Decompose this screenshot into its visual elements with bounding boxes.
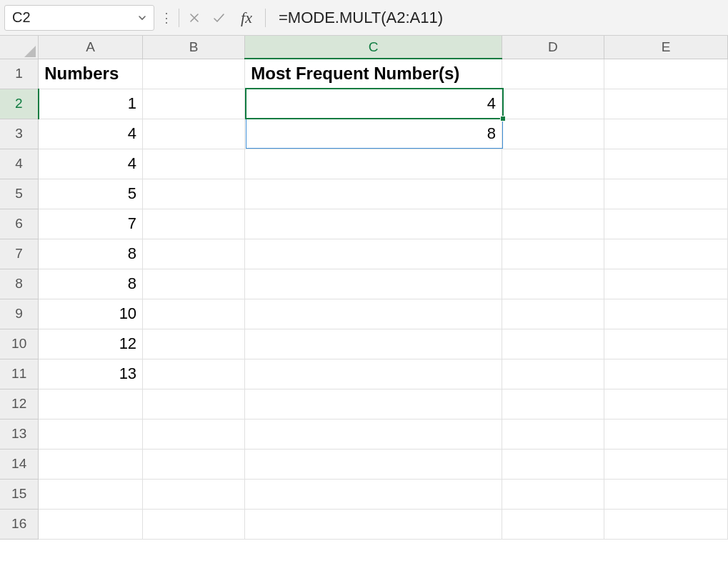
row-header-7[interactable]: 7 (0, 239, 39, 269)
cell-B9[interactable] (143, 299, 245, 329)
cell-C11[interactable] (245, 359, 502, 389)
col-header-C[interactable]: C (245, 36, 502, 59)
cell-E5[interactable] (604, 179, 728, 209)
select-all-corner[interactable] (0, 36, 39, 59)
more-icon[interactable]: ⋮ (160, 10, 173, 26)
cell-E11[interactable] (604, 359, 728, 389)
cell-B3[interactable] (143, 119, 245, 149)
cell-B13[interactable] (143, 419, 245, 449)
cell-E15[interactable] (604, 479, 728, 509)
cell-A14[interactable] (39, 449, 143, 479)
cell-C6[interactable] (245, 209, 502, 239)
row-header-14[interactable]: 14 (0, 449, 39, 479)
formula-input[interactable] (271, 5, 724, 31)
cell-C14[interactable] (245, 449, 502, 479)
cell-E14[interactable] (604, 449, 728, 479)
cell-C7[interactable] (245, 239, 502, 269)
cell-C12[interactable] (245, 389, 502, 419)
cell-D12[interactable] (502, 389, 604, 419)
cell-B2[interactable] (143, 89, 245, 119)
row-header-16[interactable]: 16 (0, 509, 39, 539)
cell-B14[interactable] (143, 449, 245, 479)
col-header-E[interactable]: E (604, 36, 728, 59)
cell-A8[interactable]: 8 (39, 269, 143, 299)
cell-D10[interactable] (502, 329, 604, 359)
cancel-icon[interactable] (185, 9, 204, 27)
cell-C3[interactable]: 8 (245, 119, 502, 149)
cell-C13[interactable] (245, 419, 502, 449)
cell-A5[interactable]: 5 (39, 179, 143, 209)
cell-C10[interactable] (245, 329, 502, 359)
cell-B7[interactable] (143, 239, 245, 269)
col-header-A[interactable]: A (39, 36, 143, 59)
row-header-6[interactable]: 6 (0, 209, 39, 239)
cell-C1[interactable]: Most Frequent Number(s) (245, 59, 502, 89)
cell-B15[interactable] (143, 479, 245, 509)
cell-D5[interactable] (502, 179, 604, 209)
row-header-12[interactable]: 12 (0, 389, 39, 419)
cell-E2[interactable] (604, 89, 728, 119)
cell-D8[interactable] (502, 269, 604, 299)
cell-E3[interactable] (604, 119, 728, 149)
cell-C16[interactable] (245, 509, 502, 539)
cell-A13[interactable] (39, 419, 143, 449)
cell-A11[interactable]: 13 (39, 359, 143, 389)
cell-D14[interactable] (502, 449, 604, 479)
cell-D13[interactable] (502, 419, 604, 449)
row-header-13[interactable]: 13 (0, 419, 39, 449)
cell-D1[interactable] (502, 59, 604, 89)
cell-A7[interactable]: 8 (39, 239, 143, 269)
cell-E1[interactable] (604, 59, 728, 89)
enter-icon[interactable] (209, 9, 228, 27)
cell-D9[interactable] (502, 299, 604, 329)
cell-E16[interactable] (604, 509, 728, 539)
cell-A6[interactable]: 7 (39, 209, 143, 239)
cell-E9[interactable] (604, 299, 728, 329)
col-header-D[interactable]: D (502, 36, 604, 59)
cell-D16[interactable] (502, 509, 604, 539)
spreadsheet-grid[interactable]: A B C D E 1 Numbers Most Frequent Number… (0, 36, 728, 566)
cell-D11[interactable] (502, 359, 604, 389)
row-header-3[interactable]: 3 (0, 119, 39, 149)
cell-D15[interactable] (502, 479, 604, 509)
cell-B4[interactable] (143, 149, 245, 179)
row-header-2[interactable]: 2 (0, 89, 39, 119)
cell-B12[interactable] (143, 389, 245, 419)
cell-B16[interactable] (143, 509, 245, 539)
cell-D7[interactable] (502, 239, 604, 269)
cell-C2[interactable]: 4 (245, 89, 502, 119)
name-box[interactable]: C2 (4, 5, 154, 31)
row-header-15[interactable]: 15 (0, 479, 39, 509)
cell-A4[interactable]: 4 (39, 149, 143, 179)
cell-B6[interactable] (143, 209, 245, 239)
cell-C4[interactable] (245, 149, 502, 179)
cell-A16[interactable] (39, 509, 143, 539)
fill-handle[interactable] (500, 116, 506, 121)
cell-C9[interactable] (245, 299, 502, 329)
cell-A3[interactable]: 4 (39, 119, 143, 149)
cell-E7[interactable] (604, 239, 728, 269)
col-header-B[interactable]: B (143, 36, 245, 59)
cell-E4[interactable] (604, 149, 728, 179)
chevron-down-icon[interactable] (136, 12, 148, 24)
cell-E8[interactable] (604, 269, 728, 299)
cell-B11[interactable] (143, 359, 245, 389)
row-header-11[interactable]: 11 (0, 359, 39, 389)
cell-B5[interactable] (143, 179, 245, 209)
cell-E6[interactable] (604, 209, 728, 239)
cell-B1[interactable] (143, 59, 245, 89)
row-header-1[interactable]: 1 (0, 59, 39, 89)
fx-icon[interactable]: fx (234, 9, 259, 27)
cell-A9[interactable]: 10 (39, 299, 143, 329)
cell-D4[interactable] (502, 149, 604, 179)
cell-A12[interactable] (39, 389, 143, 419)
cell-E12[interactable] (604, 389, 728, 419)
cell-A15[interactable] (39, 479, 143, 509)
cell-A1[interactable]: Numbers (39, 59, 143, 89)
cell-D6[interactable] (502, 209, 604, 239)
row-header-4[interactable]: 4 (0, 149, 39, 179)
cell-C8[interactable] (245, 269, 502, 299)
row-header-5[interactable]: 5 (0, 179, 39, 209)
cell-C15[interactable] (245, 479, 502, 509)
cell-B10[interactable] (143, 329, 245, 359)
